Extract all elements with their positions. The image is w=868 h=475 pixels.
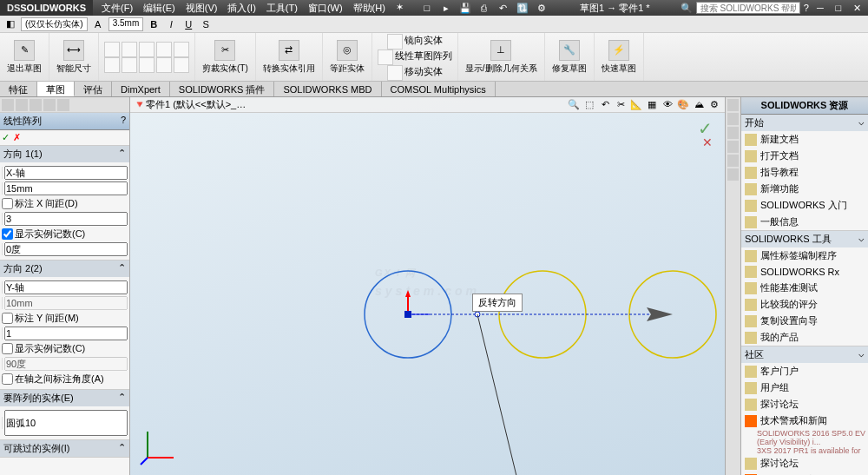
menu-insert[interactable]: 插入(I) — [222, 2, 260, 15]
tp-benchmark[interactable]: 性能基准测试 — [741, 280, 868, 296]
d2-angle-input[interactable] — [4, 357, 128, 371]
tab-sketch[interactable]: 草图 — [37, 82, 75, 96]
circle-icon[interactable] — [139, 42, 155, 57]
strike-icon[interactable]: S — [199, 17, 213, 31]
point-icon[interactable] — [174, 57, 189, 73]
tab-addins[interactable]: SOLIDWORKS 插件 — [170, 82, 275, 96]
tp-whatsnew[interactable]: 新增功能 — [741, 181, 868, 197]
line-icon[interactable] — [104, 42, 120, 57]
minimize-icon[interactable]: ─ — [812, 3, 828, 13]
tp-news[interactable]: 技术警戒和新闻 — [741, 412, 868, 429]
d1-axis-input[interactable] — [4, 166, 128, 180]
pm-ok-button[interactable]: ✓ — [2, 132, 10, 143]
arc-icon[interactable] — [156, 42, 172, 57]
tp-tab-view-icon[interactable] — [727, 141, 739, 153]
tp-start-header[interactable]: 开始⌵ — [741, 115, 868, 131]
rebuild-icon[interactable]: 🔃 — [515, 3, 530, 14]
d1-chk-spacing[interactable] — [2, 198, 13, 209]
menu-edit[interactable]: 编辑(E) — [138, 2, 181, 15]
menu-window[interactable]: 窗口(W) — [303, 2, 348, 15]
tab-dimxpert[interactable]: DimXpert — [112, 82, 170, 96]
trim-button[interactable]: ✂剪裁实体(T) — [201, 38, 250, 76]
tp-open-doc[interactable]: 打开文档 — [741, 148, 868, 164]
d2-spacing-input[interactable] — [4, 296, 128, 310]
tp-getting-started[interactable]: SOLIDWORKS 入门 — [741, 197, 868, 214]
italic-icon[interactable]: I — [164, 17, 178, 31]
menu-pin-icon[interactable]: ✶ — [391, 2, 409, 15]
mirror-icon[interactable] — [387, 34, 403, 49]
pm-cancel-button[interactable]: ✗ — [13, 132, 21, 143]
entities-list[interactable] — [4, 410, 128, 436]
repair-button[interactable]: 🔧修复草图 — [550, 38, 589, 76]
search-icon[interactable]: 🔍 — [681, 3, 693, 14]
bold-icon[interactable]: B — [147, 17, 161, 31]
tp-news-item[interactable]: 3XS 2017 PR1 is available for — [741, 446, 868, 455]
move-icon[interactable] — [387, 65, 403, 81]
skip-header[interactable]: 可跳过的实例(I)⌃ — [0, 440, 129, 457]
tp-usergroup[interactable]: 用户组 — [741, 379, 868, 396]
options-icon[interactable]: ⚙ — [534, 3, 549, 14]
spline-icon[interactable] — [174, 42, 189, 57]
tp-new-doc[interactable]: 新建文档 — [741, 131, 868, 148]
maximize-icon[interactable]: □ — [831, 3, 846, 13]
d2-count-input[interactable] — [4, 327, 128, 340]
tp-portal[interactable]: 客户门户 — [741, 363, 868, 379]
menu-file[interactable]: 文件(F) — [96, 2, 138, 15]
ellipse-icon[interactable] — [139, 57, 155, 73]
tp-compare[interactable]: 比较我的评分 — [741, 296, 868, 313]
pm-tab4-icon[interactable] — [43, 99, 56, 111]
tp-tools-header[interactable]: SOLIDWORKS 工具⌵ — [741, 231, 868, 247]
slot-icon[interactable] — [104, 57, 120, 73]
pattern-icon[interactable] — [378, 49, 393, 65]
tp-tab-explorer-icon[interactable] — [727, 127, 739, 139]
tp-news2[interactable]: 技术警戒和新闻 — [741, 472, 868, 475]
fmt-icon[interactable]: ◧ — [3, 17, 17, 31]
display-rel-button[interactable]: ⊥显示/删除几何关系 — [464, 38, 539, 76]
tp-tab-props-icon[interactable] — [727, 168, 739, 181]
d2-axis-input[interactable] — [4, 280, 128, 294]
d2-chk-angle[interactable] — [2, 373, 13, 385]
d1-chk-show[interactable] — [2, 228, 13, 240]
tab-evaluate[interactable]: 评估 — [75, 82, 112, 96]
d2-chk-spacing[interactable] — [2, 313, 13, 324]
axis-icon[interactable] — [2, 281, 3, 294]
undo-icon[interactable]: ↶ — [496, 3, 511, 14]
tab-features[interactable]: 特征 — [0, 82, 37, 96]
d1-angle-input[interactable] — [4, 242, 128, 256]
pm-tab3-icon[interactable] — [30, 99, 42, 111]
tp-news-item[interactable]: SOLIDWORKS 2016 SP5.0 EV (Early Visibili… — [741, 429, 868, 446]
layer-combo[interactable]: (仅仅长仿实体) — [21, 17, 88, 31]
tp-tab-home-icon[interactable] — [727, 99, 739, 111]
pm-help-icon[interactable]: ? — [121, 115, 126, 128]
new-icon[interactable]: □ — [419, 3, 435, 14]
close-icon[interactable]: ✕ — [849, 3, 865, 14]
tp-forum2[interactable]: 探讨论坛 — [741, 455, 868, 472]
axis-icon[interactable] — [2, 167, 3, 179]
tp-tag-editor[interactable]: 属性标签编制程序 — [741, 247, 868, 264]
tp-tab-appearance-icon[interactable] — [727, 155, 739, 167]
underline-icon[interactable]: U — [181, 17, 195, 31]
offset-button[interactable]: ◎等距实体 — [328, 38, 366, 76]
tp-community-header[interactable]: 社区⌵ — [741, 346, 868, 363]
rect-icon[interactable] — [122, 42, 137, 57]
tp-forum[interactable]: 探讨论坛 — [741, 396, 868, 412]
graphics-area[interactable]: 🔻 零件1 (默认<<默认>_… 🔍 ⬚ ↶ ✂ 📐 ▦ 👁 🎨 ⛰ ⚙ ✓ ✕… — [130, 97, 725, 475]
fmt-a[interactable]: A — [91, 17, 105, 31]
save-icon[interactable]: 💾 — [457, 3, 473, 14]
fillet-icon[interactable] — [156, 57, 172, 73]
print-icon[interactable]: ⎙ — [477, 3, 492, 14]
d2-chk-show[interactable] — [2, 343, 13, 354]
tp-tab-lib-icon[interactable] — [727, 113, 739, 125]
pm-tab5-icon[interactable] — [57, 99, 69, 111]
d1-count-input[interactable] — [4, 212, 128, 226]
pm-tab1-icon[interactable] — [2, 99, 14, 111]
tp-tutorials[interactable]: 指导教程 — [741, 164, 868, 181]
quick-sketch-button[interactable]: ⚡快速草图 — [600, 38, 638, 76]
tp-rx[interactable]: SOLIDWORKS Rx — [741, 264, 868, 280]
tab-comsol[interactable]: COMSOL Multiphysics — [382, 82, 496, 96]
d1-spacing-input[interactable] — [4, 181, 128, 195]
d1-header[interactable]: 方向 1(1)⌃ — [0, 146, 129, 162]
smart-dim-button[interactable]: ⟷智能尺寸 — [55, 38, 93, 76]
exit-sketch-button[interactable]: ✎退出草图 — [5, 38, 43, 76]
polygon-icon[interactable] — [122, 57, 137, 73]
